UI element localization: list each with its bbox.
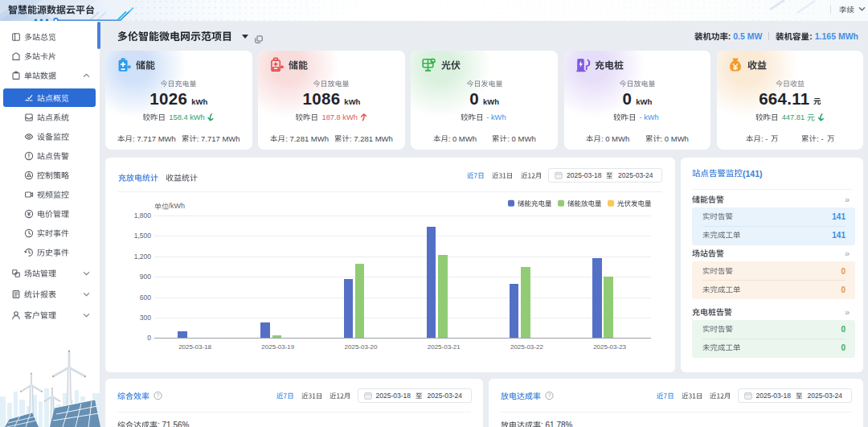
svg-text:?: ? xyxy=(548,392,551,398)
svg-text:?: ? xyxy=(157,392,160,398)
